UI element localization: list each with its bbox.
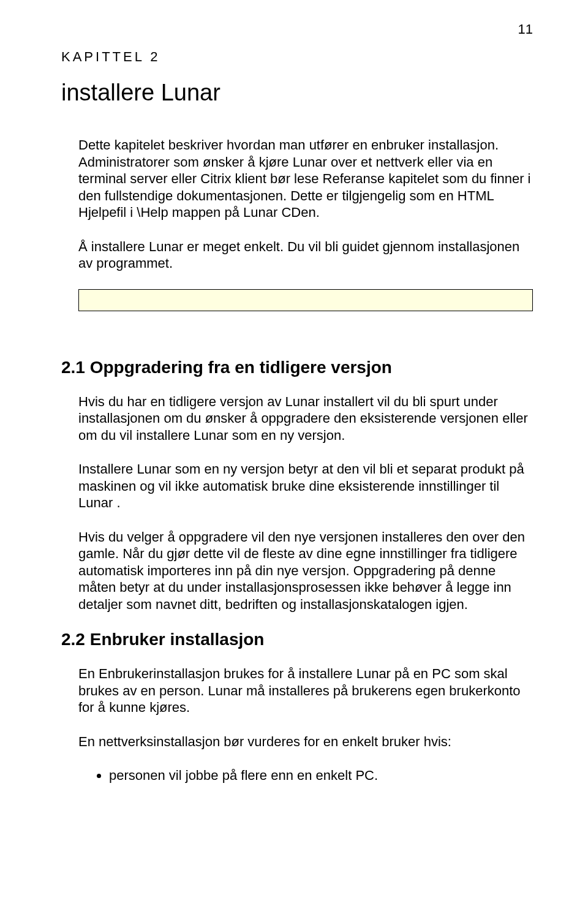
section-2-1-heading: 2.1 Oppgradering fra en tidligere versjo… (61, 358, 533, 377)
document-page: 11 KAPITTEL 2 installere Lunar Dette kap… (0, 0, 588, 922)
section-2-1-p3: Hvis du velger å oppgradere vil den nye … (78, 529, 533, 613)
section-2-2-heading: 2.2 Enbruker installasjon (61, 630, 533, 649)
section-2-1-p2: Installere Lunar som en ny versjon betyr… (78, 461, 533, 512)
section-2-2-bullets: personen vil jobbe på flere enn en enkel… (78, 767, 533, 784)
intro-paragraph-2: Å installere Lunar er meget enkelt. Du v… (78, 238, 533, 272)
section-2-2-p1: En Enbrukerinstallasjon brukes for å ins… (78, 665, 533, 716)
intro-paragraph-1: Dette kapitelet beskriver hvordan man ut… (78, 137, 533, 221)
list-item: personen vil jobbe på flere enn en enkel… (109, 767, 533, 784)
section-2-2-p2: En nettverksinstallasjon bør vurderes fo… (78, 733, 533, 750)
note-box (78, 289, 533, 311)
chapter-label: KAPITTEL 2 (61, 49, 533, 65)
section-2-1-body: Hvis du har en tidligere versjon av Luna… (78, 393, 533, 613)
section-2-1-p1: Hvis du har en tidligere versjon av Luna… (78, 393, 533, 444)
chapter-intro: Dette kapitelet beskriver hvordan man ut… (78, 137, 533, 311)
chapter-title: installere Lunar (61, 80, 533, 106)
page-number: 11 (518, 21, 533, 37)
section-2-2-body: En Enbrukerinstallasjon brukes for å ins… (78, 665, 533, 784)
